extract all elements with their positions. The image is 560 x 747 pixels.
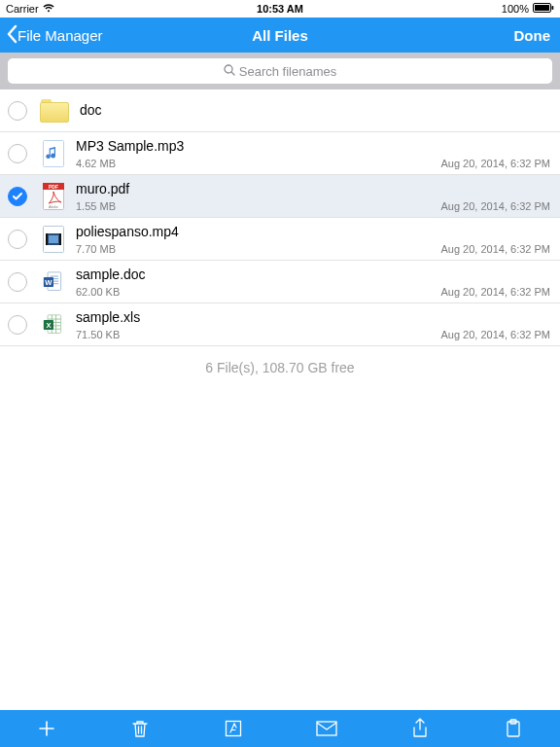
list-item[interactable]: PDFAdobe muro.pdf 1.55 MB Aug 20, 2014, … [0,175,560,218]
selection-circle[interactable] [8,315,27,335]
file-size: 71.50 KB [76,329,120,340]
trash-icon [131,719,149,738]
mail-button[interactable] [307,710,346,747]
folder-icon [39,95,70,126]
list-item[interactable]: poliespanso.mp4 7.70 MB Aug 20, 2014, 6:… [0,218,560,261]
file-date: Aug 20, 2014, 6:32 PM [440,243,550,255]
delete-button[interactable] [121,710,159,747]
search-input[interactable]: Search filenames [8,58,552,84]
clipboard-icon [506,719,521,738]
wifi-icon [43,3,54,15]
file-name: sample.xls [76,308,550,326]
rename-icon [224,719,243,738]
file-date: Aug 20, 2014, 6:32 PM [440,200,550,212]
doc-file-icon: W [43,268,64,296]
svg-text:PDF: PDF [49,183,58,189]
share-icon [411,718,429,739]
selection-circle[interactable] [8,187,27,206]
svg-rect-13 [59,233,61,245]
status-time: 10:53 AM [257,3,303,15]
selection-circle[interactable] [8,230,27,249]
search-placeholder: Search filenames [239,64,336,79]
bottom-toolbar [0,710,560,747]
selection-circle[interactable] [8,144,27,163]
svg-text:Adobe: Adobe [49,205,58,209]
selection-circle[interactable] [8,101,27,121]
file-size: 4.62 MB [76,158,116,169]
file-date: Aug 20, 2014, 6:32 PM [440,329,550,340]
page-title: All Files [252,27,308,44]
add-button[interactable] [27,710,66,747]
search-icon [224,64,239,79]
back-button[interactable]: File Manager [6,24,103,47]
file-name: poliespanso.mp4 [76,223,550,240]
done-button[interactable]: Done [514,27,555,44]
plus-icon [37,719,56,738]
list-item[interactable]: X sample.xls 71.50 KB Aug 20, 2014, 6:32… [0,303,560,346]
svg-line-4 [231,72,234,75]
svg-text:W: W [45,277,52,286]
file-name: muro.pdf [76,180,550,197]
pdf-file-icon: PDFAdobe [43,183,64,210]
file-name: sample.doc [76,266,550,283]
share-button[interactable] [401,710,439,747]
selection-circle[interactable] [8,272,27,292]
file-name: MP3 Sample.mp3 [76,137,550,155]
audio-file-icon [43,140,64,167]
status-bar: Carrier 10:53 AM 100% [0,0,560,18]
summary-label: 6 File(s), 108.70 GB free [0,346,560,389]
list-item[interactable]: doc [0,89,560,132]
battery-icon [533,3,554,15]
svg-rect-2 [552,6,554,10]
file-date: Aug 20, 2014, 6:32 PM [440,158,550,169]
status-left: Carrier [6,3,54,15]
nav-bar: File Manager All Files Done [0,18,560,53]
file-name: doc [80,101,550,119]
battery-label: 100% [502,3,529,15]
svg-rect-1 [535,5,549,11]
clipboard-button[interactable] [494,710,533,747]
list-item[interactable]: MP3 Sample.mp3 4.62 MB Aug 20, 2014, 6:3… [0,132,560,175]
video-file-icon [43,226,64,253]
carrier-label: Carrier [6,3,39,15]
xls-file-icon: X [43,311,64,338]
file-size: 7.70 MB [76,243,116,255]
svg-rect-12 [46,233,48,245]
back-label: File Manager [18,27,103,44]
chevron-left-icon [6,24,18,47]
rename-button[interactable] [214,710,253,747]
file-list: doc MP3 Sample.mp3 4.62 MB Aug 20, 2014,… [0,89,560,346]
mail-icon [316,721,337,736]
file-date: Aug 20, 2014, 6:32 PM [440,286,550,298]
file-size: 62.00 KB [76,286,120,298]
svg-rect-14 [49,235,58,243]
status-right: 100% [502,3,554,15]
svg-rect-32 [317,722,336,735]
file-size: 1.55 MB [76,200,116,212]
check-icon [12,191,23,202]
search-bar: Search filenames [0,53,560,89]
svg-rect-31 [227,722,241,736]
list-item[interactable]: W sample.doc 62.00 KB Aug 20, 2014, 6:32… [0,261,560,303]
